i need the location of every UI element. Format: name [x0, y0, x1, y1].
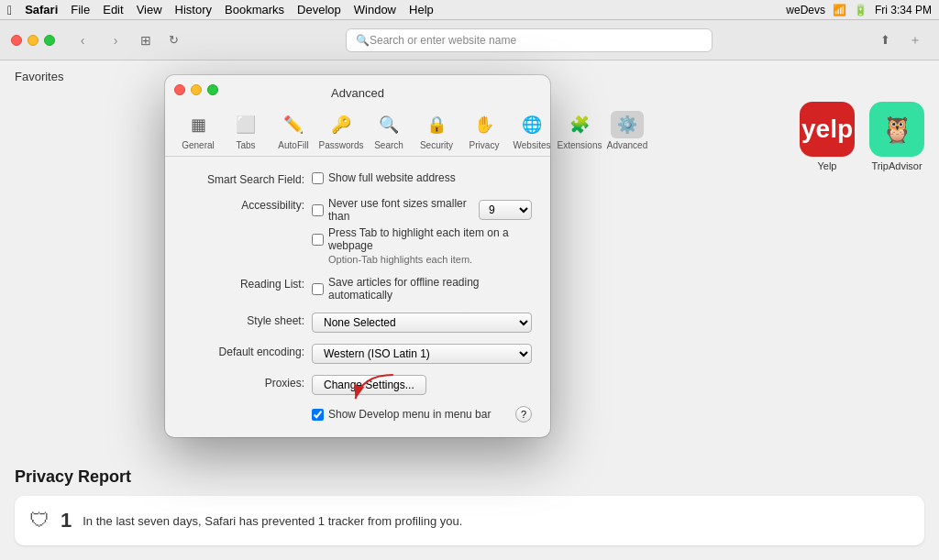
develop-control: Show Develop menu in menu bar ?	[312, 406, 532, 423]
websites-icon-wrap: 🌐	[515, 111, 548, 138]
reading-list-check-label: Save articles for offline reading automa…	[328, 276, 532, 302]
time-label: Fri 3:34 PM	[875, 4, 932, 16]
tab-tabs[interactable]: ⬜ Tabs	[222, 107, 270, 156]
tab-extensions[interactable]: 🧩 Extensions	[556, 107, 603, 156]
privacy-report-card: 🛡 1 In the last seven days, Safari has p…	[15, 496, 924, 545]
tab-security-label: Security	[420, 140, 453, 150]
apple-menu[interactable]: 	[7, 3, 12, 17]
font-size-select[interactable]: 9 10 12 14	[479, 200, 532, 220]
menu-history[interactable]: History	[175, 3, 212, 16]
tab-passwords[interactable]: 🔑 Passwords	[317, 107, 365, 156]
tab-autofill[interactable]: ✏️ AutoFill	[270, 107, 317, 156]
sidebar-button[interactable]: ⊞	[136, 30, 156, 50]
favorites-label: Favorites	[15, 70, 63, 83]
tab-general[interactable]: ▦ General	[174, 107, 222, 156]
font-size-select-wrap: 9 10 12 14	[479, 200, 532, 220]
general-icon-wrap: ▦	[182, 111, 215, 138]
help-button[interactable]: ?	[515, 406, 532, 423]
style-sheet-row: Style sheet: None Selected	[183, 313, 532, 333]
smart-search-check[interactable]: Show full website address	[312, 171, 532, 184]
press-tab-label: Press Tab to highlight each item on a we…	[328, 226, 532, 252]
accessibility-control: Never use font sizes smaller than 9 10 1…	[312, 197, 532, 265]
minimize-button[interactable]	[28, 35, 39, 46]
bookmark-icons: yelp Yelp 🦉 TripAdvisor	[800, 102, 924, 171]
advanced-icon-wrap: ⚙️	[611, 111, 644, 138]
style-sheet-select[interactable]: None Selected	[312, 313, 532, 333]
privacy-report-text: In the last seven days, Safari has preve…	[83, 514, 462, 528]
never-font-check: Never use font sizes smaller than 9 10 1…	[312, 197, 532, 223]
menu-help[interactable]: Help	[409, 3, 434, 16]
dialog-title: Advanced	[331, 86, 384, 100]
dialog-minimize-button[interactable]	[191, 84, 202, 95]
yelp-bookmark[interactable]: yelp Yelp	[800, 102, 855, 171]
develop-checkbox[interactable]	[312, 409, 324, 421]
safari-toolbar: ‹ › ⊞ ↻ 🔍 Search or enter website name ⬆…	[0, 20, 939, 60]
default-encoding-select[interactable]: Western (ISO Latin 1)	[312, 344, 532, 364]
dialog-close-button[interactable]	[174, 84, 185, 95]
menu-bar-left:  Safari File Edit View History Bookmark…	[7, 3, 434, 17]
share-button[interactable]: ⬆	[875, 30, 895, 50]
menu-file[interactable]: File	[71, 3, 90, 16]
dialog-title-bar: Advanced	[165, 75, 550, 107]
style-sheet-label: Style sheet:	[183, 313, 312, 327]
never-font-label: Never use font sizes smaller than	[328, 197, 474, 223]
default-encoding-control: Western (ISO Latin 1)	[312, 344, 532, 364]
menu-develop[interactable]: Develop	[297, 3, 341, 16]
develop-spacer	[183, 413, 312, 415]
accessibility-row: Accessibility: Never use font sizes smal…	[183, 197, 532, 265]
tab-privacy[interactable]: ✋ Privacy	[460, 107, 508, 156]
tab-tabs-label: Tabs	[236, 140, 255, 150]
smart-search-checkbox[interactable]	[312, 172, 324, 184]
privacy-icon-wrap: ✋	[468, 111, 501, 138]
yelp-icon: yelp	[800, 102, 855, 157]
autofill-icon: ✏️	[283, 115, 304, 135]
general-icon: ▦	[191, 115, 206, 135]
tab-security[interactable]: 🔒 Security	[413, 107, 460, 156]
tripadvisor-label: TripAdvisor	[871, 160, 922, 171]
tripadvisor-icon: 🦉	[869, 102, 924, 157]
menu-bar-right: weDevs 📶 🔋 Fri 3:34 PM	[786, 4, 932, 16]
new-tab-button[interactable]: ＋	[902, 30, 928, 50]
reading-list-control: Save articles for offline reading automa…	[312, 276, 532, 302]
tracker-count: 1	[61, 509, 72, 533]
safari-window: ‹ › ⊞ ↻ 🔍 Search or enter website name ⬆…	[0, 20, 939, 560]
menu-view[interactable]: View	[137, 3, 162, 16]
arrow-svg	[348, 366, 403, 412]
tab-extensions-label: Extensions	[558, 140, 602, 150]
tripadvisor-bookmark[interactable]: 🦉 TripAdvisor	[869, 102, 924, 171]
never-font-checkbox[interactable]	[312, 204, 324, 216]
address-bar[interactable]: 🔍 Search or enter website name	[346, 28, 713, 52]
tab-privacy-label: Privacy	[470, 140, 500, 150]
option-tab-note: Option-Tab highlights each item.	[328, 254, 532, 265]
tabs-icon: ⬜	[236, 115, 256, 135]
dialog-zoom-button[interactable]	[207, 84, 218, 95]
proxies-control: Change Settings...	[312, 375, 532, 395]
press-tab-checkbox[interactable]	[312, 234, 324, 246]
extensions-icon-wrap: 🧩	[563, 111, 596, 138]
tab-websites-label: Websites	[514, 140, 551, 150]
menu-edit[interactable]: Edit	[103, 3, 123, 16]
battery-icon: 🔋	[854, 4, 867, 16]
smart-search-label: Smart Search Field:	[183, 171, 312, 186]
websites-icon: 🌐	[522, 115, 542, 135]
reading-list-check[interactable]: Save articles for offline reading automa…	[312, 276, 532, 302]
network-icon: 📶	[833, 4, 846, 16]
menu-safari[interactable]: Safari	[25, 3, 58, 16]
close-button[interactable]	[11, 35, 22, 46]
tab-search[interactable]: 🔍 Search	[365, 107, 413, 156]
menu-bookmarks[interactable]: Bookmarks	[225, 3, 284, 16]
maximize-button[interactable]	[44, 35, 55, 46]
reload-button[interactable]: ↻	[163, 30, 183, 50]
window-traffic-lights	[11, 35, 55, 46]
default-encoding-row: Default encoding: Western (ISO Latin 1)	[183, 344, 532, 364]
tab-advanced-label: Advanced	[607, 140, 647, 150]
tab-advanced[interactable]: ⚙️ Advanced	[603, 107, 651, 156]
reading-list-checkbox[interactable]	[312, 283, 324, 295]
smart-search-row: Smart Search Field: Show full website ad…	[183, 171, 532, 186]
tab-websites[interactable]: 🌐 Websites	[508, 107, 556, 156]
forward-button[interactable]: ›	[103, 30, 128, 50]
security-icon-wrap: 🔒	[420, 111, 453, 138]
menu-window[interactable]: Window	[354, 3, 396, 16]
yelp-label: Yelp	[817, 160, 836, 171]
back-button[interactable]: ‹	[70, 30, 95, 50]
